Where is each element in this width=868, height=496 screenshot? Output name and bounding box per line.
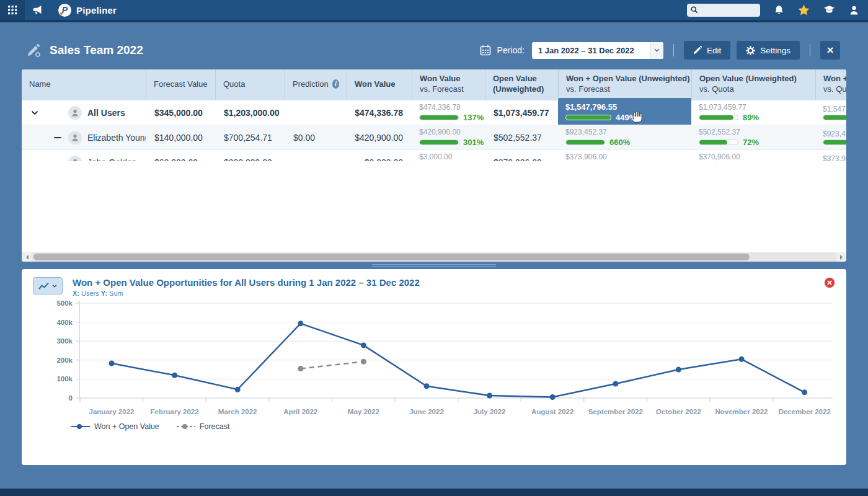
column-title: Forecast Value	[154, 79, 207, 89]
svg-text:500k: 500k	[56, 299, 73, 307]
column-header[interactable]: Won Value	[347, 69, 412, 100]
bar-cell[interactable]: $923,452.37660%	[558, 125, 691, 149]
edit-button[interactable]: Edit	[684, 41, 730, 60]
horizontal-scrollbar[interactable]	[22, 252, 846, 262]
name-cell[interactable]: John Golden	[22, 150, 146, 161]
column-header[interactable]: Won + Open Value (Unweighted)vs. Forecas…	[558, 69, 691, 100]
money-cell[interactable]: $474,336.78	[347, 100, 412, 125]
svg-text:June 2022: June 2022	[409, 408, 444, 415]
column-header[interactable]: Open Value (Unweighted)vs. Quota	[691, 69, 815, 100]
bar-cell[interactable]: $1,073,459.7789%	[691, 100, 815, 125]
table-row[interactable]: John Golden$60,000.00$382,899.02$3,000.0…	[22, 150, 846, 161]
money-cell[interactable]: $140,000.00	[146, 125, 215, 149]
favorites-star-icon[interactable]	[798, 4, 810, 16]
svg-text:March 2022: March 2022	[218, 408, 257, 415]
brand-name: Pipeliner	[76, 5, 117, 16]
column-title: Name	[29, 79, 51, 89]
scroll-left-arrow[interactable]	[22, 252, 32, 262]
scrollbar-thumb[interactable]	[33, 254, 750, 260]
user-profile-icon[interactable]	[849, 5, 859, 16]
money-cell[interactable]: $3,000.00	[347, 150, 412, 161]
report-header: Sales Team 2022 Period: 1 Jan 2022 – 31 …	[0, 22, 868, 69]
announcements-icon[interactable]	[25, 0, 50, 20]
legend-item[interactable]: Won + Open Value	[71, 422, 159, 431]
scrollbar-track[interactable]	[32, 252, 836, 262]
column-title: Won + Open Value (Unweighted)	[823, 74, 846, 83]
report-edit-icon[interactable]	[26, 43, 41, 58]
bar-cell[interactable]: $370,906.0097%	[691, 150, 815, 161]
chart-subtitle: X: Users Y: Sum	[73, 290, 814, 297]
money-cell[interactable]: $502,552.37	[485, 125, 558, 149]
column-subtitle: vs. Forecast	[566, 84, 684, 94]
bar-cell-value: $3,000.00	[419, 153, 452, 161]
chart-svg: 0100k200k300k400k500kJanuary 2022Februar…	[33, 297, 835, 421]
table-row[interactable]: All Users$345,000.00$1,203,000.00$474,33…	[22, 100, 846, 125]
megaphone-glyph	[32, 5, 43, 15]
legend-item[interactable]: Forecast	[177, 422, 230, 431]
column-header[interactable]: Name	[22, 69, 146, 100]
money-cell[interactable]: $382,899.02	[215, 150, 285, 161]
column-title: Quota	[223, 79, 245, 89]
column-header[interactable]: Open Value(Unweighted)	[485, 69, 558, 100]
bar-cell[interactable]: $3,000.005%	[412, 150, 485, 161]
column-title: Open Value	[493, 74, 537, 83]
money-cell[interactable]: $370,906.00	[485, 150, 558, 161]
search-box[interactable]	[687, 4, 760, 17]
bar-cell[interactable]: $502,552.3772%	[691, 125, 815, 149]
money-cell[interactable]: $1,073,459.77	[485, 100, 558, 125]
chart-legend: Won + Open ValueForecast	[71, 422, 835, 431]
svg-text:February 2022: February 2022	[151, 408, 199, 415]
info-icon[interactable]: i	[332, 79, 339, 89]
column-header[interactable]: Quota	[215, 69, 285, 100]
chevron-down-icon	[52, 285, 57, 288]
gear-icon	[746, 46, 755, 55]
bar-cell[interactable]: $1,547,796.55	[815, 100, 846, 125]
bar-cell[interactable]: $474,336.78137%	[412, 100, 485, 125]
column-header[interactable]: Won + Open Value (Unweighted)vs. Quota	[815, 69, 846, 100]
top-navigation-bar: P Pipeliner	[0, 0, 868, 20]
name-cell[interactable]: Elizabeth Young	[22, 125, 146, 149]
money-cell[interactable]	[285, 100, 347, 125]
close-report-button[interactable]: ×	[820, 41, 840, 60]
chart-close-button[interactable]	[824, 277, 835, 288]
bar-cell-value: $1,073,459.77	[699, 103, 746, 112]
notifications-bell-icon[interactable]	[774, 5, 784, 16]
settings-button[interactable]: Settings	[737, 41, 800, 60]
column-subtitle: vs. Quota	[699, 84, 808, 94]
money-cell[interactable]: $700,254.71	[215, 125, 285, 149]
money-cell[interactable]: $0.00	[285, 125, 347, 149]
column-header[interactable]: Forecast Value	[146, 69, 215, 100]
money-cell[interactable]: $60,000.00	[146, 150, 215, 161]
learning-cap-icon[interactable]	[823, 5, 835, 15]
header-separator	[673, 44, 674, 56]
progress-bar	[565, 140, 605, 145]
name-cell[interactable]: All Users	[22, 100, 146, 125]
period-select[interactable]: 1 Jan 2022 – 31 Dec 2022	[532, 42, 663, 59]
bar-cell[interactable]: $420,900.00301%	[412, 125, 485, 149]
column-header[interactable]: Won Valuevs. Forecast	[412, 69, 485, 100]
chart-type-selector[interactable]	[33, 277, 63, 294]
panel-resize-handle[interactable]	[0, 262, 868, 269]
search-input[interactable]	[701, 6, 754, 14]
user-avatar	[68, 106, 82, 120]
legend-marker	[177, 423, 195, 430]
bar-cell-selected[interactable]: $1,547,796.55449%	[558, 100, 691, 125]
period-chevron-down-icon[interactable]	[650, 42, 663, 59]
bar-cell[interactable]: $373,906.00623%	[558, 150, 691, 161]
table-row[interactable]: Elizabeth Young$140,000.00$700,254.71$0.…	[22, 125, 846, 150]
column-header[interactable]: Predictioni	[285, 69, 347, 100]
table-body: All Users$345,000.00$1,203,000.00$474,33…	[22, 100, 846, 161]
money-cell[interactable]: $420,900.00	[347, 125, 412, 149]
series-line-forecast	[301, 361, 364, 368]
collapse-chevron-icon[interactable]	[31, 110, 38, 115]
pipeliner-logo[interactable]: P Pipeliner	[58, 4, 117, 17]
svg-text:100k: 100k	[56, 375, 73, 383]
table-header-row: NameForecast ValueQuotaPredictioniWon Va…	[22, 69, 846, 100]
bar-cell[interactable]: $923,452.37	[815, 125, 846, 149]
money-cell[interactable]: $345,000.00	[146, 100, 215, 125]
scroll-right-arrow[interactable]	[836, 252, 846, 262]
bar-cell[interactable]: $373,906.00	[815, 150, 846, 161]
money-cell[interactable]	[285, 150, 347, 161]
apps-grid-icon[interactable]	[0, 0, 25, 20]
money-cell[interactable]: $1,203,000.00	[215, 100, 285, 125]
